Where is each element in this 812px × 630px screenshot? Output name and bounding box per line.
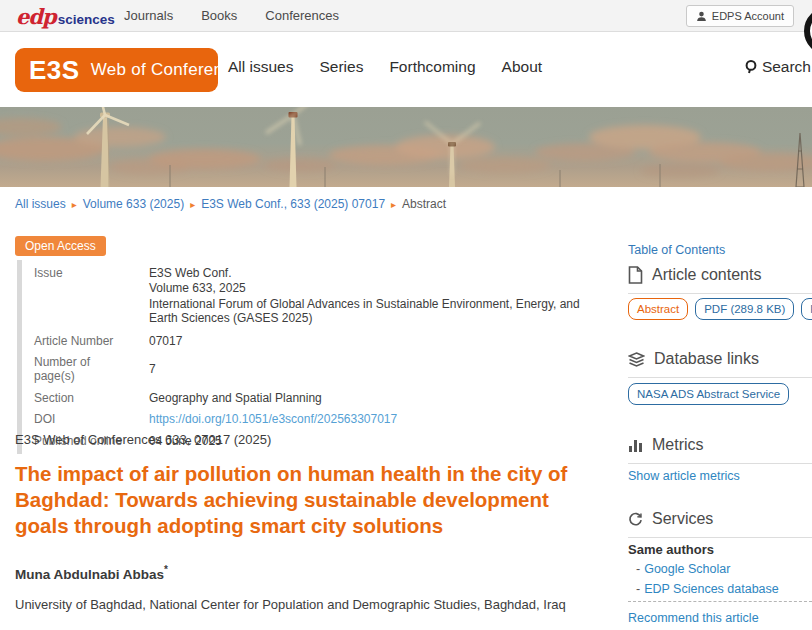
info-label: DOI [34, 412, 134, 426]
info-value: Geography and Spatial Planning [149, 391, 607, 405]
journal-citation: E3S Web of Conferences 633, 07017 (2025) [15, 432, 271, 447]
nav-journals[interactable]: Journals [110, 0, 187, 32]
heading-label: Database links [654, 350, 759, 368]
issue-line: E3S Web Conf. [149, 266, 607, 280]
search-icon [744, 59, 759, 74]
info-row-doi: DOI https://doi.org/10.1051/e3sconf/2025… [34, 412, 607, 426]
info-label: Section [34, 391, 134, 405]
recommend-article-link[interactable]: Recommend this article [628, 611, 759, 625]
info-row-article-number: Article Number 07017 [34, 334, 607, 348]
info-label: Issue [34, 266, 134, 327]
breadcrumb: All issues▸Volume 633 (2025)▸E3S Web Con… [15, 197, 446, 211]
info-value: E3S Web Conf. Volume 633, 2025 Internati… [149, 266, 607, 327]
nav-about[interactable]: About [502, 58, 543, 76]
sciences-logo-text: sciences [58, 12, 115, 27]
breadcrumb-arrow-icon: ▸ [391, 199, 396, 210]
services-heading: Services [628, 510, 812, 538]
nav-forthcoming[interactable]: Forthcoming [389, 58, 475, 76]
table-of-contents-link[interactable]: Table of Contents [628, 243, 725, 257]
top-utility-bar: edp sciences Journals Books Conferences … [0, 0, 812, 32]
open-access-badge: Open Access [15, 236, 106, 256]
journal-nav: All issues Series Forthcoming About [228, 33, 568, 100]
dashed-divider [628, 601, 812, 602]
info-label: Number of page(s) [34, 355, 134, 384]
nav-all-issues[interactable]: All issues [228, 58, 293, 76]
e3s-journal-logo[interactable]: E3S Web of Conferences [15, 48, 218, 92]
article-contents-buttons: Abstract PDF (289.8 KB) References [628, 298, 812, 320]
google-scholar-link[interactable]: Google Scholar [644, 562, 730, 576]
e3s-logo-name: Web of Conferences [91, 60, 251, 80]
breadcrumb-arrow-icon: ▸ [190, 199, 195, 210]
issue-line: International Forum of Global Advances i… [149, 297, 607, 326]
bar-chart-icon [628, 438, 643, 452]
abstract-button[interactable]: Abstract [628, 298, 688, 320]
show-article-metrics-link[interactable]: Show article metrics [628, 469, 740, 483]
article-contents-heading: Article contents [628, 266, 812, 294]
hero-image-wind-turbines [0, 107, 812, 187]
info-value: 07017 [149, 334, 607, 348]
person-icon [696, 11, 707, 22]
nav-conferences[interactable]: Conferences [251, 0, 353, 32]
database-links-buttons: NASA ADS Abstract Service [628, 383, 789, 405]
references-button[interactable]: References [801, 298, 812, 320]
info-row-section: Section Geography and Spatial Planning [34, 391, 607, 405]
metrics-heading: Metrics [628, 436, 812, 464]
journal-header: E3S Web of Conferences All issues Series… [0, 33, 812, 100]
breadcrumb-volume[interactable]: Volume 633 (2025) [83, 197, 184, 211]
same-authors-label: Same authors [628, 542, 714, 557]
account-button-label: EDPS Account [712, 10, 784, 22]
doi-link[interactable]: https://doi.org/10.1051/e3sconf/20256330… [149, 412, 397, 426]
nav-books[interactable]: Books [187, 0, 251, 32]
same-author-item: -EDP Sciences database [636, 582, 779, 596]
e3s-logo-acronym: E3S [29, 55, 80, 86]
issue-line: Volume 633, 2025 [149, 281, 607, 295]
article-info-panel: Issue E3S Web Conf. Volume 633, 2025 Int… [17, 260, 607, 454]
author-name: Muna Abdulnabi Abbas* [15, 564, 168, 582]
document-icon [628, 266, 643, 284]
heading-label: Metrics [652, 436, 704, 454]
list-dash: - [636, 562, 640, 576]
info-label: Article Number [34, 334, 134, 348]
refresh-icon [628, 512, 643, 527]
search-button[interactable]: Search [744, 33, 811, 100]
search-label: Search [762, 58, 811, 76]
info-value: 7 [149, 362, 607, 376]
edps-account-button[interactable]: EDPS Account [686, 5, 794, 27]
breadcrumb-current: Abstract [402, 197, 446, 211]
pdf-button[interactable]: PDF (289.8 KB) [695, 298, 794, 320]
edp-sciences-logo[interactable]: edp sciences [16, 4, 115, 29]
author-affiliation: University of Baghdad, National Center f… [15, 597, 566, 612]
nasa-ads-button[interactable]: NASA ADS Abstract Service [628, 383, 789, 405]
author-footnote-mark: * [164, 564, 168, 575]
info-row-issue: Issue E3S Web Conf. Volume 633, 2025 Int… [34, 266, 607, 327]
database-links-heading: Database links [628, 350, 812, 378]
edp-logo-text: edp [16, 4, 56, 29]
same-author-item: -Google Scholar [636, 562, 730, 576]
layers-icon [628, 352, 645, 367]
author-name-text: Muna Abdulnabi Abbas [15, 567, 164, 582]
edp-sciences-database-link[interactable]: EDP Sciences database [644, 582, 779, 596]
article-title: The impact of air pollution on human hea… [15, 461, 603, 539]
list-dash: - [636, 582, 640, 596]
nav-series[interactable]: Series [319, 58, 363, 76]
publisher-nav: Journals Books Conferences [110, 0, 353, 32]
heading-label: Article contents [652, 266, 761, 284]
heading-label: Services [652, 510, 713, 528]
breadcrumb-article[interactable]: E3S Web Conf., 633 (2025) 07017 [201, 197, 385, 211]
breadcrumb-all-issues[interactable]: All issues [15, 197, 66, 211]
info-row-pages: Number of page(s) 7 [34, 355, 607, 384]
breadcrumb-arrow-icon: ▸ [72, 199, 77, 210]
